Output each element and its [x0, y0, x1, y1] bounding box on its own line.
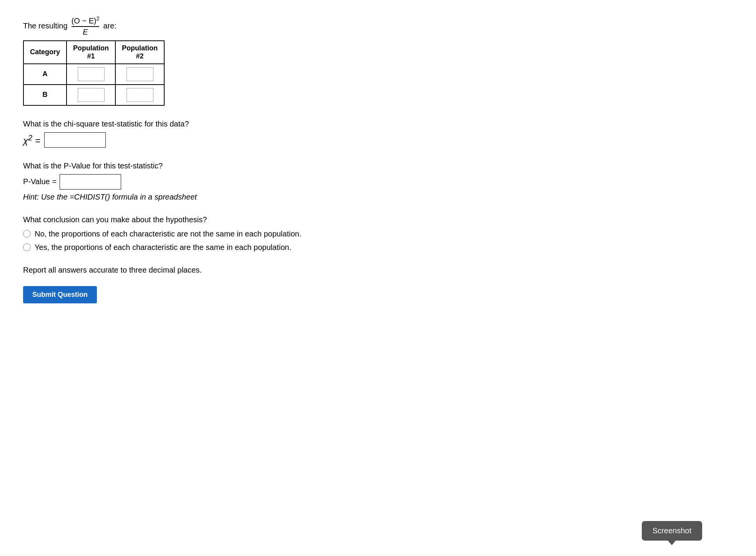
- results-table: Category Population#1 Population#2 A B: [23, 40, 165, 106]
- formula-prefix: The resulting: [23, 22, 68, 30]
- pvalue-row: P-Value =: [23, 174, 369, 190]
- category-a-pop2-cell: [115, 64, 164, 85]
- table-row: A: [23, 64, 164, 85]
- category-a-label: A: [23, 64, 67, 85]
- table-row: B: [23, 85, 164, 105]
- chi-square-label: χ2 =: [23, 133, 40, 146]
- col-header-category: Category: [23, 41, 67, 64]
- report-text: Report all answers accurate to three dec…: [23, 266, 202, 274]
- radio-yes[interactable]: [23, 243, 31, 251]
- pvalue-label: P-Value =: [23, 177, 57, 186]
- hint-text: Hint: Use the =CHIDIST() formula in a sp…: [23, 193, 369, 201]
- pvalue-section: What is the P-Value for this test-statis…: [23, 161, 369, 201]
- report-section: Report all answers accurate to three dec…: [23, 266, 369, 275]
- category-b-pop2-cell: [115, 85, 164, 105]
- radio-option-yes: Yes, the proportions of each characteris…: [23, 243, 369, 252]
- pvalue-input[interactable]: [60, 174, 121, 190]
- formula-numerator: (O − E)2: [72, 15, 100, 27]
- formula-section: The resulting (O − E)2 E are: Category P…: [23, 15, 369, 106]
- category-b-label: B: [23, 85, 67, 105]
- category-b-pop2-input[interactable]: [127, 88, 153, 102]
- main-content: The resulting (O − E)2 E are: Category P…: [23, 15, 369, 303]
- radio-option-no: No, the proportions of each characterist…: [23, 230, 369, 238]
- chi-square-row: χ2 =: [23, 132, 369, 148]
- category-b-pop1-cell: [67, 85, 115, 105]
- category-a-pop2-input[interactable]: [127, 67, 153, 81]
- radio-no[interactable]: [23, 230, 31, 238]
- chi-square-question: What is the chi-square test-statistic fo…: [23, 120, 369, 128]
- radio-yes-label: Yes, the proportions of each characteris…: [35, 243, 291, 252]
- category-a-pop1-input[interactable]: [78, 67, 105, 81]
- formula-fraction: (O − E)2 E: [72, 15, 100, 37]
- category-a-pop1-cell: [67, 64, 115, 85]
- formula-exp: 2: [97, 15, 100, 22]
- submit-button[interactable]: Submit Question: [23, 286, 97, 303]
- chi-square-input[interactable]: [44, 132, 106, 148]
- radio-no-label: No, the proportions of each characterist…: [35, 230, 301, 238]
- conclusion-section: What conclusion can you make about the h…: [23, 215, 369, 252]
- pvalue-question: What is the P-Value for this test-statis…: [23, 161, 369, 170]
- formula-suffix: are:: [103, 22, 116, 30]
- chi-square-section: What is the chi-square test-statistic fo…: [23, 120, 369, 148]
- col-header-pop2: Population#2: [115, 41, 164, 64]
- col-header-pop1: Population#1: [67, 41, 115, 64]
- conclusion-question: What conclusion can you make about the h…: [23, 215, 369, 224]
- formula-denominator: E: [83, 27, 88, 37]
- category-b-pop1-input[interactable]: [78, 88, 105, 102]
- formula-inline: The resulting (O − E)2 E are:: [23, 15, 117, 37]
